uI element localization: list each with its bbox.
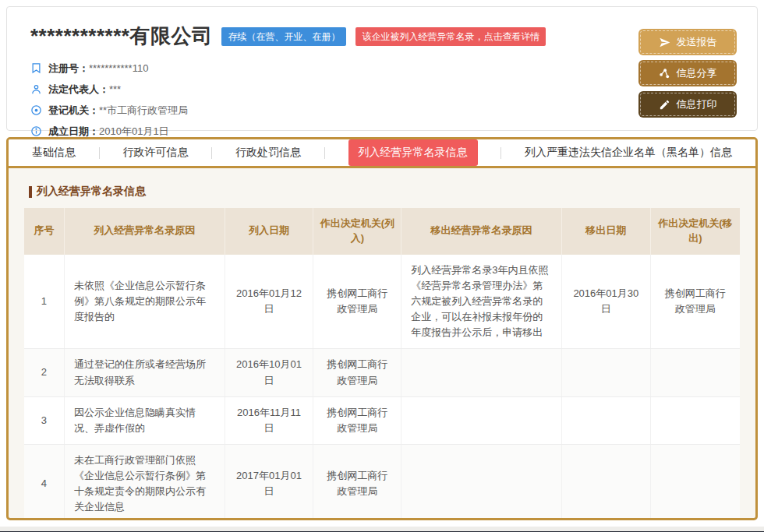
paper-plane-icon	[659, 37, 670, 48]
table-row: 1 未依照《企业信息公示暂行条例》第八条规定的期限公示年度报告的 2016年01…	[24, 255, 740, 349]
person-icon	[30, 83, 42, 95]
cell-list-reason: 未依照《企业信息公示暂行条例》第八条规定的期限公示年度报告的	[64, 255, 225, 349]
info-value: ***	[109, 83, 121, 95]
abnormal-list-table: 序号 列入经营异常名录原因 列入日期 作出决定机关(列入) 移出经营异常名录原因…	[24, 208, 740, 520]
info-label: 登记机关：	[48, 104, 99, 118]
cell-list-reason: 未在工商行政管理部门依照《企业信息公示暂行条例》第十条规定责令的期限内公示有关企…	[64, 444, 225, 520]
cell-list-date: 2016年01月12日	[225, 255, 313, 349]
cell-remove-authority: 携创网工商行政管理局	[650, 255, 740, 349]
cell-list-date: 2016年10月01日	[225, 349, 313, 396]
header-actions: 发送报告 信息分享 信息打印	[640, 23, 735, 130]
send-report-label: 发送报告	[677, 35, 717, 49]
info-item-legal-representative: 法定代表人： ***	[30, 79, 546, 100]
company-header-card: ************有限公司 存续（在营、开业、在册） 该企业被列入经营异常…	[6, 6, 758, 131]
table-header-row: 序号 列入经营异常名录原因 列入日期 作出决定机关(列入) 移出经营异常名录原因…	[24, 208, 740, 255]
col-header-remove-date: 移出日期	[561, 208, 650, 255]
table-row: 2 通过登记的住所或者经营场所无法取得联系 2016年10月01日 携创网工商行…	[24, 349, 740, 396]
tab-basic-info[interactable]: 基础信息	[32, 146, 76, 160]
col-header-index: 序号	[24, 208, 64, 255]
cell-list-reason: 通过登记的住所或者经营场所无法取得联系	[64, 349, 225, 396]
content-area: 列入经营异常名录信息 序号 列入经营异常名录原因 列入日期 作出决定机关(列入)…	[9, 168, 755, 520]
cell-list-date: 2016年11月11日	[225, 396, 313, 444]
company-info: ************有限公司 存续（在营、开业、在册） 该企业被列入经营异常…	[30, 23, 546, 130]
info-item-registration-number: 注册号： ***********110	[30, 58, 546, 79]
share-info-label: 信息分享	[677, 66, 717, 80]
cell-remove-reason	[401, 396, 562, 444]
cell-remove-date	[561, 444, 650, 520]
certificate-icon	[30, 62, 42, 74]
info-label: 注册号：	[48, 62, 89, 76]
cell-remove-date	[561, 396, 650, 444]
col-header-remove-authority: 作出决定机关(移出)	[650, 208, 740, 255]
col-header-list-reason: 列入经营异常名录原因	[64, 208, 225, 255]
info-item-registration-authority: 登记机关： **市工商行政管理局	[30, 100, 546, 121]
info-value: 2010年01月1日	[99, 125, 169, 139]
company-name: ************有限公司	[30, 23, 212, 50]
info-label: 法定代表人：	[48, 83, 109, 97]
cell-list-authority: 携创网工商行政管理局	[313, 444, 401, 520]
cell-list-date: 2017年01月01日	[225, 444, 313, 520]
col-header-remove-reason: 移出经营异常名录原因	[401, 208, 562, 255]
info-icon	[30, 125, 42, 137]
cell-remove-authority	[650, 444, 740, 520]
tab-divider	[211, 147, 212, 159]
tab-administrative-license[interactable]: 行政许可信息	[123, 146, 189, 160]
cell-index: 4	[24, 444, 64, 520]
location-icon	[30, 104, 42, 116]
section-title-bar	[29, 186, 32, 198]
cell-remove-reason	[401, 444, 562, 520]
cell-list-authority: 携创网工商行政管理局	[313, 255, 401, 349]
print-info-label: 信息打印	[677, 97, 717, 111]
cell-remove-date	[561, 349, 650, 396]
status-badge: 存续（在营、开业、在册）	[221, 27, 346, 46]
info-value: ***********110	[89, 62, 148, 74]
info-value: **市工商行政管理局	[99, 104, 188, 118]
tab-divider	[324, 147, 325, 159]
section-title-text: 列入经营异常名录信息	[37, 185, 146, 199]
cell-list-reason: 因公示企业信息隐瞒真实情况、弄虚作假的	[64, 396, 225, 444]
share-nodes-icon	[659, 68, 670, 79]
cell-index: 3	[24, 396, 64, 444]
share-info-button[interactable]: 信息分享	[640, 62, 735, 85]
main-section: 基础信息 行政许可信息 行政处罚信息 列入经营异常名录信息 列入严重违法失信企业…	[6, 137, 758, 520]
page: ************有限公司 存续（在营、开业、在册） 该企业被列入经营异常…	[0, 0, 764, 532]
cell-list-authority: 携创网工商行政管理局	[313, 396, 401, 444]
print-info-button[interactable]: 信息打印	[640, 93, 735, 116]
table-row: 4 未在工商行政管理部门依照《企业信息公示暂行条例》第十条规定责令的期限内公示有…	[24, 444, 740, 520]
table-row: 3 因公示企业信息隐瞒真实情况、弄虚作假的 2016年11月11日 携创网工商行…	[24, 396, 740, 444]
cell-index: 1	[24, 255, 64, 349]
pencil-icon	[659, 99, 670, 111]
info-label: 成立日期：	[48, 125, 99, 139]
tab-serious-violation-blacklist[interactable]: 列入严重违法失信企业名单（黑名单）信息	[525, 146, 732, 160]
cell-remove-date: 2016年01月30日	[561, 255, 650, 349]
tab-administrative-penalty[interactable]: 行政处罚信息	[235, 146, 301, 160]
col-header-list-date: 列入日期	[225, 208, 313, 255]
cell-remove-reason	[401, 349, 562, 396]
tab-divider	[99, 147, 100, 159]
cell-list-authority: 携创网工商行政管理局	[313, 349, 401, 396]
send-report-button[interactable]: 发送报告	[640, 30, 735, 54]
abnormal-warning-badge[interactable]: 该企业被列入经营异常名录，点击查看详情	[355, 27, 546, 46]
tab-divider	[500, 147, 501, 159]
cell-index: 2	[24, 349, 64, 396]
tab-bar: 基础信息 行政许可信息 行政处罚信息 列入经营异常名录信息 列入严重违法失信企业…	[9, 139, 755, 168]
col-header-list-authority: 作出决定机关(列入)	[313, 208, 401, 255]
cell-remove-authority	[650, 349, 740, 396]
tab-abnormal-operation-list[interactable]: 列入经营异常名录信息	[348, 139, 478, 166]
cell-remove-authority	[650, 396, 740, 444]
cell-remove-reason: 列入经营异常名录3年内且依照《经营异常名录管理办法》第六规定被列入经营异常名录的…	[401, 255, 562, 349]
section-title: 列入经营异常名录信息	[29, 185, 740, 199]
